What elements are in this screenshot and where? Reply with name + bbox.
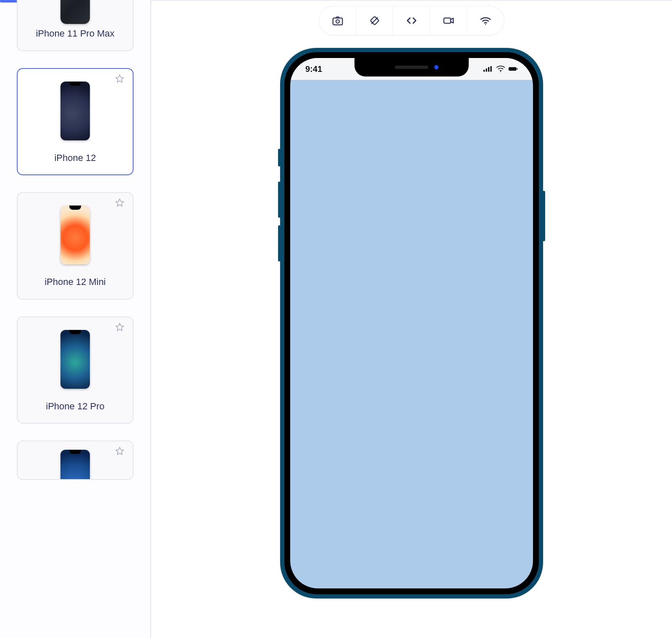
- status-time: 9:41: [305, 64, 322, 74]
- battery-icon: [509, 66, 518, 72]
- svg-point-10: [485, 24, 486, 25]
- device-card-partial[interactable]: [17, 440, 134, 480]
- device-card-iphone-11-pro-max[interactable]: iPhone 11 Pro Max: [17, 0, 134, 51]
- phone-frame: 9:41: [280, 48, 543, 598]
- star-icon: [115, 74, 124, 83]
- notch: [354, 58, 469, 76]
- svg-marker-3: [116, 447, 123, 454]
- code-icon: [405, 14, 418, 27]
- wifi-status-icon: [496, 66, 505, 72]
- svg-point-15: [500, 71, 501, 72]
- svg-rect-4: [333, 18, 342, 25]
- device-thumb: [54, 326, 96, 393]
- screenshot-button[interactable]: [319, 6, 356, 35]
- favorite-button[interactable]: [115, 322, 127, 334]
- favorite-button[interactable]: [115, 198, 127, 210]
- phone-thumb-icon: [60, 330, 90, 389]
- svg-marker-1: [116, 199, 123, 206]
- device-label: iPhone 12 Pro: [46, 401, 104, 412]
- front-camera-icon: [434, 65, 438, 69]
- record-button[interactable]: [430, 6, 467, 35]
- star-icon: [115, 198, 124, 207]
- device-list: iPhone 11 Pro Max iPhone 12: [17, 0, 134, 480]
- device-thumb: [54, 77, 96, 145]
- star-icon: [115, 446, 124, 456]
- svg-marker-9: [451, 18, 453, 23]
- preview-area: 9:41: [151, 0, 672, 638]
- volume-up-button: [278, 182, 281, 218]
- wifi-icon: [479, 14, 492, 27]
- device-stage: 9:41: [151, 35, 672, 638]
- phone-bezel: 9:41: [284, 52, 539, 594]
- speaker-icon: [395, 66, 428, 69]
- device-label: iPhone 12 Mini: [45, 276, 106, 288]
- phone-thumb-icon: [60, 0, 90, 24]
- svg-rect-17: [517, 68, 517, 69]
- mute-switch: [278, 149, 281, 166]
- video-icon: [442, 14, 455, 27]
- volume-down-button: [278, 225, 281, 261]
- phone-screen[interactable]: 9:41: [290, 58, 533, 588]
- svg-point-5: [336, 20, 339, 23]
- device-thumb: [54, 0, 96, 22]
- code-button[interactable]: [393, 6, 430, 35]
- svg-rect-11: [483, 70, 485, 71]
- rotate-button[interactable]: [356, 6, 393, 35]
- device-card-iphone-12-mini[interactable]: iPhone 12 Mini: [17, 192, 134, 300]
- network-button[interactable]: [467, 6, 504, 35]
- star-icon: [115, 322, 124, 332]
- camera-icon: [331, 14, 344, 27]
- device-sidebar[interactable]: iPhone 11 Pro Max iPhone 12: [0, 0, 151, 638]
- svg-rect-14: [491, 66, 492, 71]
- svg-rect-13: [488, 67, 489, 72]
- phone-thumb-icon: [60, 82, 90, 140]
- power-button: [543, 191, 545, 241]
- device-label: iPhone 12: [54, 152, 96, 164]
- svg-rect-8: [444, 18, 450, 24]
- svg-marker-0: [116, 75, 123, 82]
- status-icons: [483, 66, 518, 72]
- svg-rect-16: [509, 67, 517, 71]
- phone-thumb-icon: [60, 206, 90, 264]
- device-card-iphone-12[interactable]: iPhone 12: [17, 68, 134, 176]
- favorite-button[interactable]: [115, 74, 127, 86]
- device-label: iPhone 11 Pro Max: [36, 28, 114, 40]
- svg-rect-12: [486, 69, 487, 72]
- rotate-icon: [368, 14, 381, 27]
- favorite-button[interactable]: [115, 446, 127, 458]
- device-thumb: [54, 201, 96, 269]
- cellular-icon: [483, 66, 493, 72]
- svg-marker-2: [116, 323, 123, 330]
- device-card-iphone-12-pro[interactable]: iPhone 12 Pro: [17, 316, 134, 424]
- device-thumb: [54, 450, 96, 479]
- phone-thumb-icon: [60, 450, 90, 479]
- preview-toolbar: [319, 6, 504, 35]
